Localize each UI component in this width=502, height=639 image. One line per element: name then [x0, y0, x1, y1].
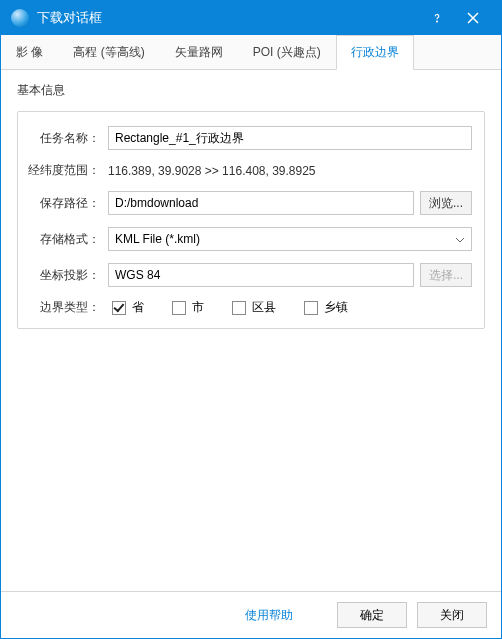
browse-button[interactable]: 浏览...: [420, 191, 472, 215]
footer: 使用帮助 确定 关闭: [1, 591, 501, 638]
storage-format-value: KML File (*.kml): [115, 232, 200, 246]
label-bbox: 经纬度范围：: [20, 162, 100, 179]
titlebar: 下载对话框: [1, 1, 501, 35]
checkbox-label: 区县: [252, 299, 276, 316]
chevron-down-icon: [455, 232, 465, 246]
tab-bar: 影 像 高程 (等高线) 矢量路网 POI (兴趣点) 行政边界: [1, 35, 501, 70]
task-name-input[interactable]: [108, 126, 472, 150]
checkbox-icon: [304, 301, 318, 315]
storage-format-select[interactable]: KML File (*.kml): [108, 227, 472, 251]
close-button[interactable]: 关闭: [417, 602, 487, 628]
label-projection: 坐标投影：: [30, 267, 100, 284]
select-projection-button: 选择...: [420, 263, 472, 287]
window-title: 下载对话框: [37, 9, 419, 27]
checkbox-province[interactable]: 省: [112, 299, 144, 316]
label-save-path: 保存路径：: [30, 195, 100, 212]
group-title: 基本信息: [17, 82, 485, 99]
label-task-name: 任务名称：: [30, 130, 100, 147]
tab-vector-roads[interactable]: 矢量路网: [160, 35, 238, 69]
checkbox-icon: [112, 301, 126, 315]
label-storage-format: 存储格式：: [30, 231, 100, 248]
boundary-type-checks: 省 市 区县 乡镇: [112, 299, 348, 316]
tab-elevation[interactable]: 高程 (等高线): [58, 35, 159, 69]
checkbox-township[interactable]: 乡镇: [304, 299, 348, 316]
tab-admin-boundary[interactable]: 行政边界: [336, 35, 414, 70]
bbox-value: 116.389, 39.9028 >> 116.408, 39.8925: [108, 164, 316, 178]
group-box: 任务名称： 经纬度范围： 116.389, 39.9028 >> 116.408…: [17, 111, 485, 329]
checkbox-label: 乡镇: [324, 299, 348, 316]
help-button[interactable]: [419, 1, 455, 35]
ok-button[interactable]: 确定: [337, 602, 407, 628]
app-icon: [11, 9, 29, 27]
checkbox-label: 市: [192, 299, 204, 316]
checkbox-icon: [172, 301, 186, 315]
checkbox-city[interactable]: 市: [172, 299, 204, 316]
tab-poi[interactable]: POI (兴趣点): [238, 35, 336, 69]
projection-input[interactable]: [108, 263, 414, 287]
checkbox-label: 省: [132, 299, 144, 316]
checkbox-icon: [232, 301, 246, 315]
help-link[interactable]: 使用帮助: [245, 607, 293, 624]
checkbox-district[interactable]: 区县: [232, 299, 276, 316]
tab-image[interactable]: 影 像: [1, 35, 58, 69]
svg-point-0: [437, 21, 438, 22]
save-path-input[interactable]: [108, 191, 414, 215]
label-boundary-type: 边界类型：: [30, 299, 100, 316]
close-window-button[interactable]: [455, 1, 491, 35]
content-area: 基本信息 任务名称： 经纬度范围： 116.389, 39.9028 >> 11…: [1, 70, 501, 591]
